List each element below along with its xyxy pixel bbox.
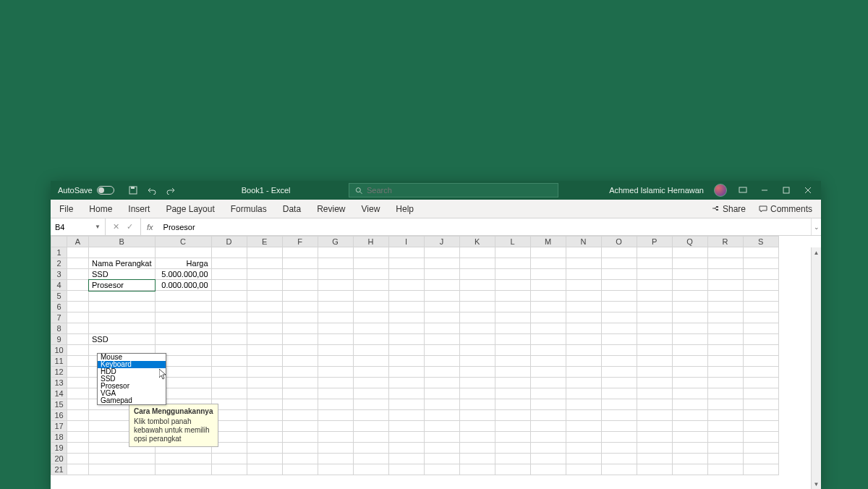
cell[interactable] [318,367,353,378]
cell[interactable] [388,258,424,269]
row-header[interactable]: 6 [51,302,67,312]
cell[interactable] [247,269,282,280]
cell[interactable] [707,399,743,410]
cell[interactable] [707,258,743,269]
cell[interactable] [89,464,156,475]
cell[interactable] [601,378,637,388]
cell[interactable] [566,464,601,475]
cell[interactable] [459,443,495,454]
cell[interactable] [388,280,424,291]
cell[interactable] [353,269,388,280]
cell[interactable] [282,280,318,291]
cell[interactable] [566,291,601,302]
cell[interactable] [282,432,318,443]
cancel-icon[interactable]: ✕ [113,222,119,231]
cell[interactable] [707,291,743,302]
row-header[interactable]: 16 [51,410,67,421]
col-header[interactable]: J [424,237,459,247]
cell[interactable] [707,421,743,432]
cell[interactable] [424,269,459,280]
col-header[interactable]: I [388,237,424,247]
cell[interactable] [67,334,89,345]
cell[interactable] [318,258,353,269]
cell[interactable] [282,302,318,312]
cell[interactable] [282,399,318,410]
cell[interactable] [89,312,156,323]
cell[interactable] [388,454,424,464]
cell[interactable] [495,356,530,367]
cell[interactable] [353,410,388,421]
cell[interactable] [211,345,247,356]
cell[interactable] [530,388,566,399]
dropdown-button-icon[interactable]: ▼ [155,280,156,291]
cell[interactable] [743,291,778,302]
cell[interactable] [282,334,318,345]
tab-home[interactable]: Home [89,204,112,214]
cell[interactable] [282,247,318,258]
cell[interactable] [424,367,459,378]
cell[interactable] [459,312,495,323]
cell[interactable] [459,291,495,302]
comments-button[interactable]: Comments [759,204,812,214]
cell[interactable] [530,454,566,464]
cell[interactable] [601,443,637,454]
cell[interactable] [247,443,282,454]
cell[interactable] [388,345,424,356]
cell[interactable] [637,464,672,475]
cell[interactable] [318,410,353,421]
cell[interactable] [707,454,743,464]
cell[interactable] [672,432,707,443]
cell[interactable] [601,454,637,464]
cell[interactable] [282,269,318,280]
cell[interactable] [247,421,282,432]
cell[interactable] [424,378,459,388]
tab-help[interactable]: Help [396,204,414,214]
cell[interactable] [601,312,637,323]
cell[interactable] [707,356,743,367]
cell[interactable] [211,258,247,269]
cell[interactable] [211,388,247,399]
cell[interactable] [530,378,566,388]
cell[interactable] [707,312,743,323]
tab-file[interactable]: File [59,204,73,214]
cell[interactable] [530,269,566,280]
cell[interactable] [353,302,388,312]
cell[interactable] [637,269,672,280]
cell[interactable] [637,258,672,269]
cell[interactable] [530,334,566,345]
cell[interactable] [495,432,530,443]
cell[interactable] [566,443,601,454]
cell[interactable] [388,269,424,280]
redo-icon[interactable] [165,184,176,196]
vertical-scrollbar[interactable]: ▲ ▼ [811,247,821,489]
cell[interactable] [67,410,89,421]
cell[interactable] [530,399,566,410]
cell[interactable] [247,323,282,334]
cell[interactable] [672,247,707,258]
cell[interactable] [707,464,743,475]
cell[interactable] [282,378,318,388]
cell[interactable]: Harga [155,258,211,269]
cell[interactable] [495,302,530,312]
cell[interactable] [459,247,495,258]
tab-insert[interactable]: Insert [128,204,150,214]
cell[interactable] [89,247,156,258]
cell[interactable] [247,291,282,302]
cell[interactable] [637,421,672,432]
cell[interactable] [459,432,495,443]
cell[interactable] [424,443,459,454]
cell[interactable] [566,454,601,464]
cell[interactable] [424,280,459,291]
cell[interactable] [637,323,672,334]
cell[interactable] [388,388,424,399]
cell[interactable] [672,443,707,454]
cell[interactable] [637,410,672,421]
cell[interactable] [247,258,282,269]
cell[interactable] [459,367,495,378]
cell[interactable] [637,312,672,323]
cell[interactable] [211,454,247,464]
cell[interactable]: SSD [89,334,156,345]
cell[interactable] [743,432,778,443]
cell[interactable] [637,443,672,454]
cell[interactable] [495,334,530,345]
